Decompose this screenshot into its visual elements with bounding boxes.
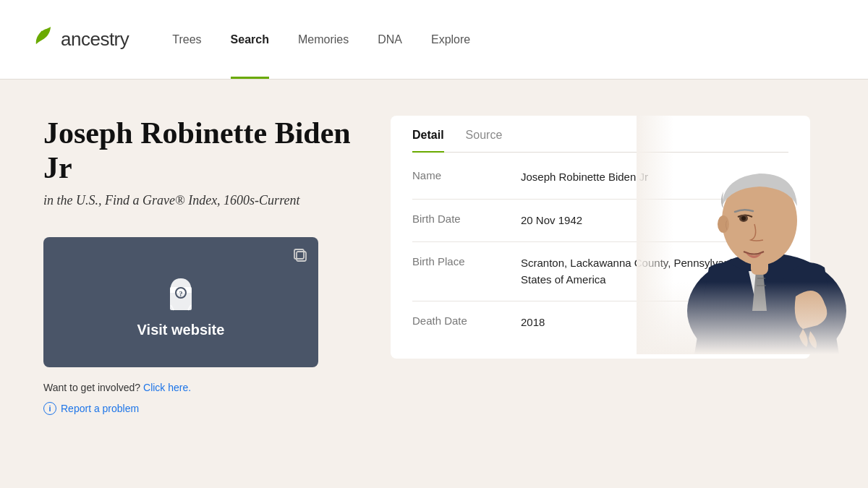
tombstone-icon: ? [159, 265, 203, 316]
svg-rect-10 [294, 249, 304, 259]
nav-dna[interactable]: DNA [378, 0, 402, 79]
nav-memories[interactable]: Memories [298, 0, 349, 79]
person-silhouette-svg [637, 80, 868, 354]
value-name: Joseph Robinette Biden Jr [521, 169, 648, 186]
header: ancestry Trees Search Memories DNA Explo… [0, 0, 868, 80]
left-column: Joseph Robinette Biden Jr in the U.S., F… [43, 116, 376, 459]
label-birth-place: Birth Place [412, 255, 506, 267]
label-death-date: Death Date [412, 314, 506, 327]
logo-text: ancestry [61, 28, 129, 51]
person-photo [637, 80, 868, 354]
tab-source[interactable]: Source [466, 129, 503, 152]
svg-point-7 [741, 216, 746, 221]
main-content: Joseph Robinette Biden Jr in the U.S., F… [0, 80, 868, 488]
involve-link[interactable]: Click here. [143, 382, 191, 393]
nav-explore[interactable]: Explore [431, 0, 470, 79]
value-death-date: 2018 [521, 314, 545, 331]
svg-rect-11 [297, 252, 306, 261]
visit-label: Visit website [137, 322, 225, 338]
logo[interactable]: ancestry [29, 24, 129, 56]
copy-icon [292, 247, 308, 267]
involve-text: Want to get involved? Click here. [43, 382, 354, 393]
svg-text:?: ? [179, 290, 183, 298]
main-nav: Trees Search Memories DNA Explore [172, 0, 470, 79]
tab-detail[interactable]: Detail [412, 129, 444, 152]
report-problem-link[interactable]: i Report a problem [43, 402, 354, 415]
record-subtitle: in the U.S., Find a Grave® Index, 1600s-… [43, 193, 354, 208]
value-birth-date: 20 Nov 1942 [521, 213, 582, 229]
nav-search[interactable]: Search [231, 0, 269, 79]
info-icon: i [43, 402, 56, 415]
label-birth-date: Birth Date [412, 213, 506, 225]
ancestry-leaf-icon [29, 24, 55, 56]
record-title: Joseph Robinette Biden Jr [43, 116, 354, 186]
nav-trees[interactable]: Trees [172, 0, 201, 79]
label-name: Name [412, 169, 506, 181]
visit-website-card[interactable]: ? Visit website [43, 237, 318, 367]
svg-rect-9 [637, 80, 731, 354]
